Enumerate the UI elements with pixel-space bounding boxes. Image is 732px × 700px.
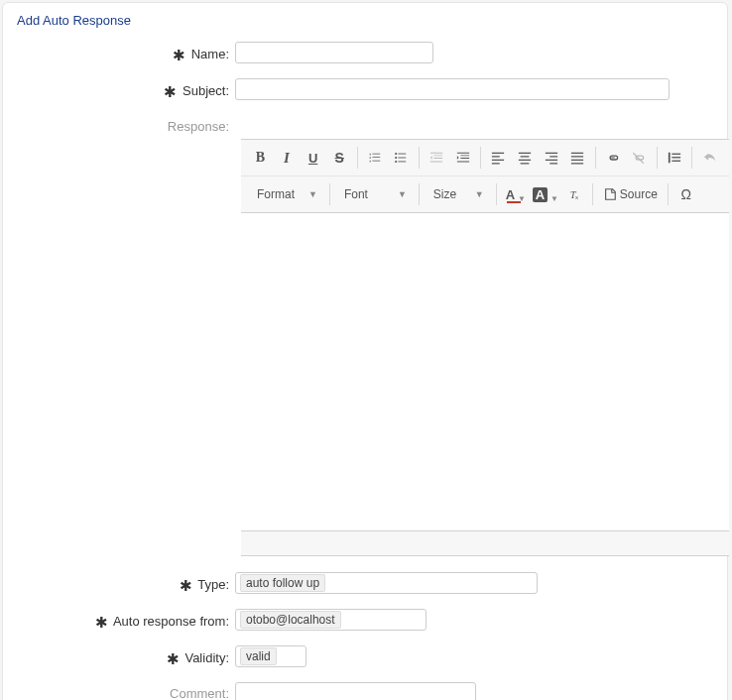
separator: [657, 147, 658, 169]
label-comment: Comment:: [3, 682, 235, 700]
outdent-button[interactable]: [426, 146, 448, 170]
separator: [595, 147, 596, 169]
svg-rect-8: [671, 157, 680, 158]
special-char-button[interactable]: Ω: [674, 182, 698, 206]
svg-point-0: [396, 153, 398, 155]
svg-point-4: [396, 161, 398, 163]
align-justify-icon: [570, 151, 584, 165]
separator: [691, 147, 692, 169]
format-dropdown[interactable]: Format ▼: [249, 182, 323, 206]
type-select[interactable]: auto follow up: [235, 572, 538, 594]
svg-rect-1: [399, 154, 407, 155]
label-from: ✱ Auto response from:: [3, 609, 235, 634]
separator: [419, 183, 420, 205]
source-button[interactable]: Source: [599, 182, 662, 206]
chevron-down-icon: ▼: [398, 189, 407, 199]
align-center-button[interactable]: [514, 146, 537, 170]
svg-rect-3: [399, 158, 407, 159]
svg-rect-7: [671, 154, 680, 155]
separator: [419, 147, 420, 169]
text-color-button[interactable]: A ▼: [502, 182, 530, 206]
from-select[interactable]: otobo@localhost: [235, 609, 427, 631]
indent-button[interactable]: [451, 146, 474, 170]
indent-icon: [456, 151, 470, 165]
separator: [496, 183, 497, 205]
response-editor: B I U S: [241, 139, 729, 556]
validity-value: valid: [240, 647, 277, 665]
svg-point-2: [396, 157, 398, 159]
unlink-icon: [632, 151, 646, 165]
label-name: ✱ Name:: [3, 42, 235, 66]
label-validity: ✱ Validity:: [3, 645, 235, 670]
label-subject: ✱ Subject:: [3, 78, 235, 103]
separator: [357, 147, 358, 169]
ordered-list-icon: [368, 151, 382, 165]
svg-rect-5: [399, 162, 407, 163]
name-input[interactable]: [235, 42, 433, 63]
unordered-list-button[interactable]: [390, 146, 413, 170]
align-left-button[interactable]: [487, 146, 510, 170]
chevron-down-icon: ▼: [475, 189, 484, 199]
link-icon: [606, 151, 620, 165]
chevron-down-icon: ▼: [308, 189, 317, 199]
strike-button[interactable]: S: [328, 146, 351, 170]
separator: [592, 183, 593, 205]
size-dropdown[interactable]: Size ▼: [426, 182, 490, 206]
align-right-button[interactable]: [540, 146, 562, 170]
label-type: ✱ Type:: [3, 572, 235, 597]
comment-input[interactable]: [235, 682, 476, 700]
source-icon: [603, 187, 617, 201]
align-right-icon: [545, 151, 558, 165]
editor-toolbar: B I U S: [241, 140, 729, 213]
bg-color-button[interactable]: A ▼: [532, 182, 559, 206]
type-value: auto follow up: [240, 574, 325, 592]
undo-button[interactable]: [698, 146, 721, 170]
remove-format-button[interactable]: Tx: [562, 182, 586, 206]
text-color-swatch: [507, 201, 521, 203]
link-button[interactable]: [601, 146, 624, 170]
validity-select[interactable]: valid: [235, 645, 306, 667]
from-value: otobo@localhost: [240, 611, 341, 629]
unlink-button[interactable]: [628, 146, 651, 170]
separator: [668, 183, 669, 205]
separator: [329, 183, 330, 205]
chevron-down-icon: ▼: [550, 194, 558, 203]
align-justify-button[interactable]: [566, 146, 589, 170]
blockquote-icon: [668, 151, 681, 165]
unordered-list-icon: [394, 151, 408, 165]
subject-input[interactable]: [235, 78, 670, 100]
remove-format-icon: Tx: [567, 187, 581, 201]
panel-title: Add Auto Response: [3, 3, 727, 36]
align-center-icon: [518, 151, 532, 165]
font-dropdown[interactable]: Font ▼: [336, 182, 413, 206]
italic-button[interactable]: I: [276, 146, 299, 170]
blockquote-button[interactable]: [664, 146, 686, 170]
separator: [480, 147, 481, 169]
underline-button[interactable]: U: [302, 146, 324, 170]
svg-rect-9: [671, 161, 680, 162]
panel-add-auto-response: Add Auto Response ✱ Name: ✱ Subject: Res…: [2, 2, 728, 700]
svg-rect-6: [669, 153, 671, 164]
ordered-list-button[interactable]: [364, 146, 387, 170]
undo-icon: [703, 151, 717, 165]
editor-content[interactable]: [241, 213, 729, 530]
form: ✱ Name: ✱ Subject: Response: B: [3, 36, 727, 700]
label-response: Response:: [3, 115, 235, 139]
editor-statusbar: [241, 530, 729, 555]
align-left-icon: [491, 151, 505, 165]
svg-text:x: x: [575, 193, 578, 200]
bold-button[interactable]: B: [249, 146, 272, 170]
outdent-icon: [429, 151, 443, 165]
